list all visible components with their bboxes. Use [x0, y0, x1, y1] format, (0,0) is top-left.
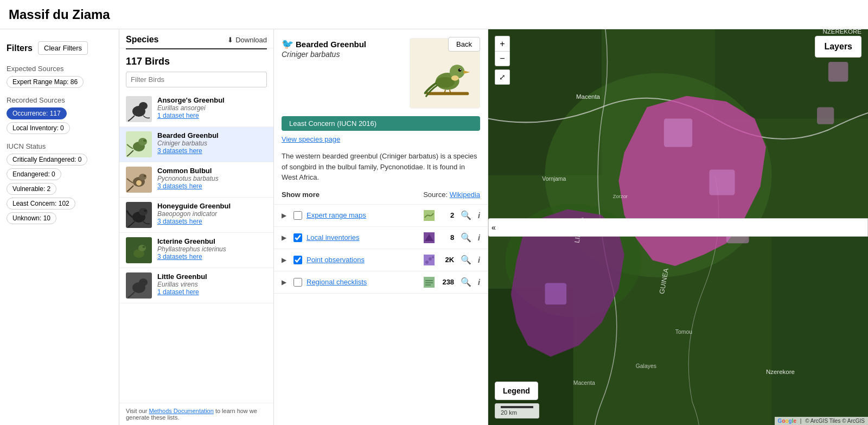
svg-rect-55: [817, 107, 834, 124]
filter-tag-local-inventory[interactable]: Local Inventory: 0: [7, 122, 70, 134]
svg-rect-40: [425, 284, 431, 286]
iucn-badge: Least Concern (IUCN 2016): [282, 116, 480, 131]
back-button[interactable]: Back: [448, 37, 480, 52]
filter-tag-occurrence[interactable]: Occurrence: 117: [7, 107, 67, 119]
collapse-icon: «: [492, 223, 496, 232]
species-datasets-link[interactable]: 3 datasets here: [157, 253, 267, 261]
filter-tag-least-concern[interactable]: Least Concern: 102: [7, 198, 75, 210]
species-datasets-link[interactable]: 1 dataset here: [157, 112, 267, 119]
row-name-expert-range[interactable]: Expert range maps: [307, 211, 419, 219]
svg-point-24: [458, 68, 462, 72]
search-icon-regional-checklists[interactable]: 🔍: [458, 277, 474, 287]
row-name-local-inventories[interactable]: Local inventories: [307, 233, 419, 242]
iucn-status-title: IUCN Status: [7, 142, 112, 150]
expected-sources-title: Expected Sources: [7, 65, 112, 73]
species-latin-name: Phyllastrephus icterinus: [157, 245, 267, 253]
data-row-expert-range: ▶ Expert range maps 2 🔍 i: [274, 205, 488, 227]
species-common-name: Little Greenbul: [157, 272, 267, 281]
svg-rect-45: [771, 232, 868, 425]
legend-label: Legend: [503, 386, 530, 395]
collapse-button[interactable]: «: [488, 218, 868, 237]
search-icon-expert-range[interactable]: 🔍: [458, 210, 474, 220]
filter-tag-expert-range[interactable]: Expert Range Map: 86: [7, 76, 84, 88]
species-header: Species ⬇ Download: [119, 29, 273, 48]
expand-arrow[interactable]: ▶: [282, 234, 289, 242]
species-item[interactable]: Ansorge's Greenbul Eurillas ansorgei 1 d…: [119, 92, 273, 127]
info-icon-local-inventories[interactable]: i: [478, 233, 480, 242]
scale-bar: 20 km: [495, 403, 539, 418]
layers-label: Layers: [824, 42, 852, 51]
search-icon-local-inventories[interactable]: 🔍: [458, 232, 474, 243]
filter-tag-vulnerable[interactable]: Vulnerable: 2: [7, 183, 56, 195]
row-checkbox-point-observations[interactable]: [293, 256, 302, 264]
species-label: Species: [126, 35, 158, 45]
species-detail-common-name: 🐦 Bearded Greenbul: [282, 38, 402, 50]
row-name-point-observations[interactable]: Point observations: [307, 256, 419, 264]
expand-arrow[interactable]: ▶: [282, 278, 289, 286]
svg-point-9: [136, 180, 142, 186]
view-species-link[interactable]: View species page: [274, 135, 488, 148]
row-checkbox-local-inventories[interactable]: [293, 233, 302, 242]
svg-point-25: [460, 69, 461, 70]
search-icon-point-observations[interactable]: 🔍: [458, 255, 474, 265]
zoom-out-button[interactable]: −: [495, 51, 510, 66]
clear-filters-button[interactable]: Clear Filters: [38, 41, 88, 55]
filter-panel: Filters Clear Filters Expected Sources E…: [0, 29, 119, 425]
species-item[interactable]: Bearded Greenbul Criniger barbatus 3 dat…: [119, 127, 273, 162]
source-link[interactable]: Wikipedia: [450, 191, 480, 199]
filter-tag-unknown[interactable]: Unknown: 10: [7, 212, 56, 224]
expand-arrow[interactable]: ▶: [282, 212, 289, 219]
show-more-row: Show more Source: Wikipedia: [274, 188, 488, 204]
species-thumbnail: [126, 167, 152, 193]
svg-rect-54: [828, 62, 848, 82]
download-label: Download: [235, 36, 267, 44]
species-info: Icterine Greenbul Phyllastrephus icterin…: [157, 237, 267, 261]
filters-label: Filters: [7, 43, 33, 53]
row-checkbox-expert-range[interactable]: [293, 211, 302, 220]
svg-point-5: [143, 139, 146, 142]
info-icon-expert-range[interactable]: i: [478, 211, 480, 220]
svg-rect-39: [425, 282, 433, 283]
row-icon-local-inventories: [424, 232, 435, 243]
svg-text:Galayes: Galayes: [636, 363, 656, 369]
row-checkbox-regional-checklists[interactable]: [293, 278, 302, 287]
filter-birds-input[interactable]: [126, 72, 267, 87]
svg-text:Macenta: Macenta: [576, 93, 601, 100]
info-icon-point-observations[interactable]: i: [478, 256, 480, 264]
info-icon-regional-checklists[interactable]: i: [478, 278, 480, 287]
svg-point-29: [451, 75, 459, 81]
zoom-in-button[interactable]: +: [495, 36, 510, 51]
svg-point-4: [138, 138, 147, 145]
svg-rect-50: [664, 118, 692, 147]
expand-arrow[interactable]: ▶: [282, 256, 289, 264]
detail-panel: Back 🐦 Bearded Greenbul Criniger barbatu…: [274, 29, 488, 425]
species-info: Bearded Greenbul Criniger barbatus 3 dat…: [157, 131, 267, 155]
species-item[interactable]: Little Greenbul Eurillas virens 1 datase…: [119, 268, 273, 303]
fullscreen-button[interactable]: ⤢: [495, 69, 510, 85]
svg-point-17: [139, 278, 148, 286]
species-datasets-link[interactable]: 3 datasets here: [157, 182, 267, 190]
svg-rect-51: [709, 169, 735, 195]
methods-documentation-link[interactable]: Methods Documentation: [149, 408, 214, 414]
filter-tag-endangered[interactable]: Endangered: 0: [7, 168, 61, 180]
species-datasets-link[interactable]: 3 datasets here: [157, 147, 267, 155]
species-item[interactable]: Common Bulbul Pycnonotus barbatus 3 data…: [119, 162, 273, 198]
species-latin-name: Criniger barbatus: [157, 139, 267, 147]
row-count-local-inventories: 8: [439, 233, 454, 242]
species-datasets-link[interactable]: 1 dataset here: [157, 288, 267, 296]
download-button[interactable]: ⬇ Download: [227, 36, 267, 44]
species-datasets-link[interactable]: 3 datasets here: [157, 218, 267, 225]
species-count: 117 Birds: [119, 52, 273, 69]
layers-panel[interactable]: Layers: [815, 36, 861, 58]
map-controls: + − ⤢: [495, 36, 510, 85]
species-item[interactable]: Icterine Greenbul Phyllastrephus icterin…: [119, 233, 273, 268]
show-more-button[interactable]: Show more: [282, 191, 320, 199]
svg-point-11: [139, 208, 148, 215]
row-name-regional-checklists[interactable]: Regional checklists: [307, 278, 419, 286]
species-common-name: Common Bulbul: [157, 167, 267, 175]
svg-point-36: [432, 256, 434, 258]
species-info: Ansorge's Greenbul Eurillas ansorgei 1 d…: [157, 96, 267, 119]
filter-tag-critically-endangered[interactable]: Critically Endangered: 0: [7, 154, 87, 166]
species-description: The western bearded greenbul (Criniger b…: [274, 148, 488, 188]
species-item[interactable]: Honeyguide Greenbul Baeopogon indicator …: [119, 198, 273, 233]
